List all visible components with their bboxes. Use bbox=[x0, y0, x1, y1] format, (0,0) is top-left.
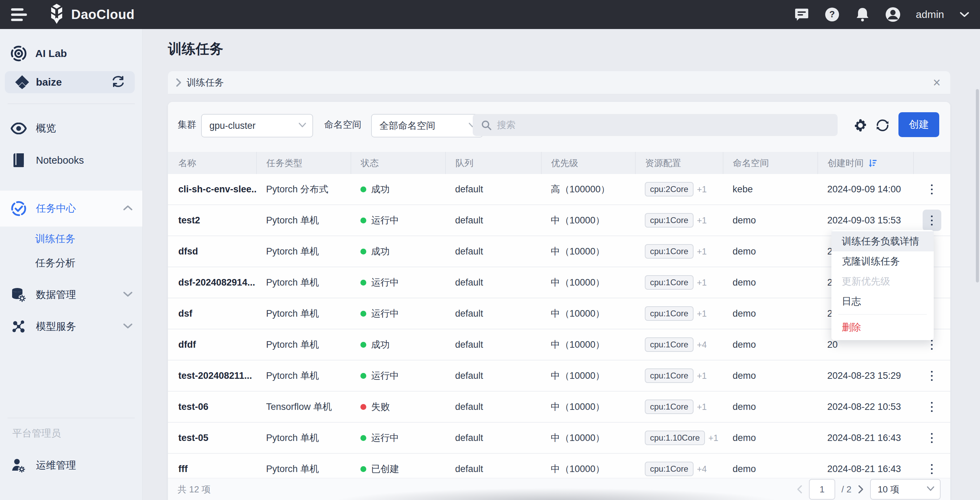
resource-extra-count: +1 bbox=[697, 278, 707, 287]
task-namespace: demo bbox=[723, 205, 818, 235]
sidebar-subitem-training-tasks[interactable]: 训练任务 bbox=[35, 229, 75, 249]
sort-desc-icon[interactable] bbox=[868, 158, 877, 168]
workspace-swap-icon[interactable] bbox=[111, 76, 125, 89]
status-label: 运行中 bbox=[371, 307, 399, 320]
refresh-icon[interactable] bbox=[875, 118, 890, 133]
task-name: dsf-2024082914... bbox=[168, 267, 256, 298]
page-input[interactable] bbox=[813, 484, 831, 495]
task-name: test2 bbox=[168, 205, 256, 235]
sidebar-item-label: 数据管理 bbox=[36, 288, 76, 302]
sidebar-subitem-task-analysis[interactable]: 任务分析 bbox=[35, 253, 75, 273]
status-label: 成功 bbox=[371, 338, 390, 351]
sidebar-item-ops-management[interactable]: 运维管理 bbox=[0, 451, 142, 480]
page-size-select[interactable]: 10 项 bbox=[870, 479, 940, 500]
filter-bar: 集群 gpu-cluster 命名空间 全部命名空间 创建 bbox=[168, 102, 950, 152]
task-status: 运行中 bbox=[351, 205, 445, 235]
resource-chip: cpu:1Core bbox=[645, 462, 694, 476]
task-name: test-202408211... bbox=[168, 360, 256, 391]
workspace-selector[interactable]: baize bbox=[5, 71, 135, 93]
kebab-menu-button[interactable] bbox=[923, 210, 941, 231]
task-type: Pytorch 单机 bbox=[256, 423, 351, 453]
task-status: 失败 bbox=[351, 392, 445, 422]
task-name: test-05 bbox=[168, 423, 256, 453]
task-type: Pytorch 单机 bbox=[256, 360, 351, 391]
sidebar-item-label: 运维管理 bbox=[36, 459, 76, 472]
task-created-time: 2024-08-21 16:43 bbox=[818, 423, 913, 453]
gear-icon[interactable] bbox=[853, 118, 868, 133]
username[interactable]: admin bbox=[916, 9, 944, 21]
bell-icon[interactable] bbox=[855, 7, 870, 22]
sidebar-divider bbox=[8, 103, 135, 104]
task-namespace: demo bbox=[723, 360, 818, 391]
status-dot bbox=[360, 342, 366, 348]
page-size-value: 10 项 bbox=[878, 483, 899, 495]
scrollbar-thumb[interactable] bbox=[976, 89, 979, 283]
task-name: dfdf bbox=[168, 329, 256, 360]
column-label: 命名空间 bbox=[733, 157, 769, 169]
sidebar-item-label: 任务中心 bbox=[36, 202, 76, 216]
sidebar-item-model-services[interactable]: 模型服务 bbox=[0, 312, 142, 341]
chevron-down-icon bbox=[299, 122, 306, 129]
sidebar-subitem-label: 任务分析 bbox=[35, 256, 75, 270]
help-icon[interactable]: ? bbox=[824, 7, 840, 22]
svg-text:?: ? bbox=[829, 9, 835, 19]
menu-item-update-priority[interactable]: 更新优先级 bbox=[831, 271, 934, 291]
kebab-menu-button[interactable] bbox=[923, 179, 941, 200]
page-title: 训练任务 bbox=[168, 40, 223, 58]
next-page-icon[interactable] bbox=[858, 485, 864, 494]
hamburger-menu-icon[interactable] bbox=[11, 8, 28, 21]
brand-name: DaoCloud bbox=[71, 7, 134, 22]
task-namespace: demo bbox=[723, 298, 818, 329]
kebab-menu-button[interactable] bbox=[923, 458, 941, 479]
task-queue: default bbox=[445, 298, 541, 329]
task-queue: default bbox=[445, 236, 541, 267]
status-label: 运行中 bbox=[371, 370, 399, 382]
search-box bbox=[473, 114, 838, 136]
daocloud-logo-icon bbox=[48, 4, 66, 25]
sidebar-item-overview[interactable]: 概览 bbox=[0, 114, 142, 143]
task-resources: cpu:1Core+4 bbox=[635, 329, 723, 360]
tab-bar: 训练任务 × bbox=[168, 71, 950, 94]
kebab-menu-button[interactable] bbox=[923, 365, 941, 386]
task-status: 运行中 bbox=[351, 423, 445, 453]
message-icon[interactable] bbox=[794, 7, 809, 22]
avatar[interactable] bbox=[885, 7, 900, 22]
kebab-menu-button[interactable] bbox=[923, 427, 941, 449]
tab-close-icon[interactable]: × bbox=[933, 76, 940, 89]
menu-item-workload-details[interactable]: 训练任务负载详情 bbox=[831, 231, 934, 251]
total-count: 共 12 项 bbox=[178, 483, 210, 495]
menu-item-delete[interactable]: 删除 bbox=[831, 317, 934, 337]
status-label: 运行中 bbox=[371, 276, 399, 289]
column-label: 状态 bbox=[361, 157, 379, 169]
kebab-menu-button[interactable] bbox=[923, 396, 941, 417]
task-priority: 中（10000） bbox=[541, 267, 635, 298]
sidebar-item-notebooks[interactable]: Notebooks bbox=[0, 146, 142, 175]
resource-extra-count: +1 bbox=[697, 216, 707, 225]
prev-page-icon[interactable] bbox=[797, 485, 803, 494]
task-status: 成功 bbox=[351, 236, 445, 267]
resource-extra-count: +1 bbox=[697, 402, 707, 412]
sidebar-item-data-management[interactable]: 数据管理 bbox=[0, 280, 142, 310]
resource-chip: cpu:1Core bbox=[645, 213, 694, 227]
table-row: test-06Tensorflow 单机失败default中（10000）cpu… bbox=[168, 392, 950, 423]
cluster-select[interactable]: gpu-cluster bbox=[201, 114, 313, 137]
namespace-select[interactable]: 全部命名空间 bbox=[371, 114, 483, 137]
ops-admin-icon bbox=[7, 458, 30, 473]
column-header: 任务类型 bbox=[256, 152, 351, 174]
column-header: 优先级 bbox=[541, 152, 635, 174]
menu-item-logs[interactable]: 日志 bbox=[831, 291, 934, 311]
search-input[interactable] bbox=[496, 119, 808, 131]
sidebar-item-task-center[interactable]: 任务中心 bbox=[0, 190, 142, 227]
resource-chip: cpu:1Core bbox=[645, 337, 694, 352]
task-queue: default bbox=[445, 329, 541, 360]
menu-item-clone[interactable]: 克隆训练任务 bbox=[831, 251, 934, 271]
task-resources: cpu:2Core+1 bbox=[635, 174, 723, 205]
create-button[interactable]: 创建 bbox=[899, 112, 939, 137]
user-chevron-down-icon[interactable] bbox=[959, 7, 970, 22]
book-icon bbox=[7, 153, 30, 167]
tab-label[interactable]: 训练任务 bbox=[186, 76, 224, 89]
status-label: 已创建 bbox=[371, 463, 399, 475]
eye-icon bbox=[7, 122, 30, 134]
resource-chip: cpu:1Core bbox=[645, 306, 694, 321]
resource-extra-count: +1 bbox=[708, 433, 718, 443]
